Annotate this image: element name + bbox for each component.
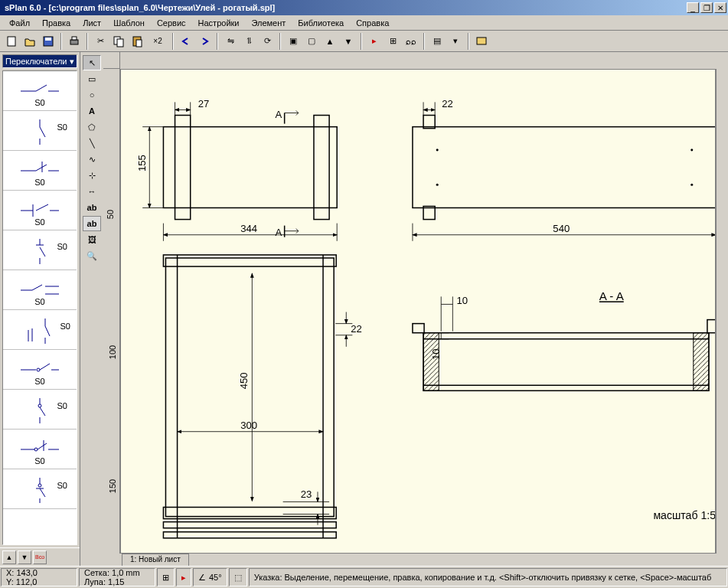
layers-icon[interactable]: ▤	[429, 33, 446, 50]
redo-icon[interactable]	[196, 33, 213, 50]
menu-file[interactable]: Файл	[3, 17, 36, 29]
status-angle[interactable]: ∠ 45°	[193, 568, 227, 586]
snap-icon[interactable]: ▸	[366, 33, 383, 50]
duplicate-icon[interactable]: ×2	[147, 33, 168, 50]
menu-help[interactable]: Справка	[350, 17, 395, 29]
preview-icon[interactable]	[473, 33, 490, 50]
filled-tool-icon[interactable]: A	[83, 103, 101, 119]
svg-text:155: 155	[136, 155, 148, 172]
library-selector[interactable]: Переключатели▾	[2, 54, 77, 68]
svg-line-53	[40, 488, 45, 497]
lib-edit-icon[interactable]: Вco	[33, 550, 47, 564]
svg-rect-3	[70, 40, 78, 44]
rect-tool-icon[interactable]: ▭	[83, 71, 101, 87]
svg-text:17: 17	[713, 339, 715, 351]
component-item[interactable]: S0	[3, 111, 77, 151]
image-tool-icon[interactable]: 🖼	[83, 232, 101, 247]
minimize-button[interactable]: _	[687, 2, 699, 13]
component-item[interactable]: S0	[3, 191, 77, 230]
component-item[interactable]: S0	[3, 310, 77, 350]
save-icon[interactable]	[40, 33, 57, 50]
svg-text:10: 10	[456, 295, 468, 306]
menu-edit[interactable]: Правка	[36, 17, 77, 29]
svg-text:540: 540	[553, 223, 570, 234]
copy-icon[interactable]	[110, 33, 127, 50]
status-grid-icon[interactable]: ⊞	[157, 568, 175, 586]
mirror-v-icon[interactable]: ⥮	[240, 33, 257, 50]
node-tool-icon[interactable]: ⊹	[83, 168, 101, 183]
lib-down-icon[interactable]: ▼	[18, 550, 31, 564]
poly-tool-icon[interactable]: ⬠	[83, 119, 101, 135]
menu-sheet[interactable]: Лист	[77, 17, 107, 29]
group-icon[interactable]: ▣	[285, 33, 302, 50]
svg-point-78	[436, 184, 439, 186]
vertical-scrollbar[interactable]	[716, 69, 728, 554]
label-tool-icon[interactable]: ab	[83, 216, 101, 231]
svg-text:344: 344	[240, 223, 257, 234]
find-icon[interactable]: ⌕⌕	[403, 33, 419, 50]
svg-line-22	[36, 204, 48, 211]
new-icon[interactable]	[3, 33, 20, 50]
component-item[interactable]: S0	[3, 151, 77, 191]
svg-rect-93	[163, 532, 336, 538]
dimension-tool-icon[interactable]: ↔	[83, 184, 101, 199]
grid-icon[interactable]: ⊞	[384, 33, 401, 50]
svg-line-47	[38, 443, 47, 449]
menu-element[interactable]: Элемент	[245, 17, 292, 29]
svg-point-79	[690, 149, 693, 151]
component-list[interactable]: S0 S0 S0 S0 S0 S0 S0 S0 S0 S0 S0	[2, 70, 77, 545]
text-tool-icon[interactable]: ab	[83, 200, 101, 215]
svg-line-39	[40, 364, 50, 370]
open-icon[interactable]	[21, 33, 38, 50]
close-button[interactable]: ✕	[714, 2, 726, 13]
component-item[interactable]: S0	[3, 390, 77, 430]
status-tool-icon[interactable]: ⬚	[229, 568, 247, 586]
status-bar: X: 143,0Y: 112,0 Сетка: 1,0 mmЛупа: 1,15…	[0, 566, 728, 588]
print-icon[interactable]	[66, 33, 83, 50]
drawing-canvas[interactable]: 27 155 344 A A 22 540 450 300 22 23 A - …	[120, 69, 716, 554]
line-tool-icon[interactable]: ╲	[83, 136, 101, 151]
back-icon[interactable]: ▼	[340, 33, 357, 50]
svg-point-51	[38, 484, 41, 487]
menu-settings[interactable]: Настройки	[192, 17, 246, 29]
component-item[interactable]: S0	[3, 230, 77, 270]
dropdown-icon[interactable]: ▾	[447, 33, 464, 50]
svg-rect-4	[72, 37, 77, 40]
bezier-tool-icon[interactable]: ∿	[83, 152, 101, 167]
main-toolbar: ✂ ×2 ⇋ ⥮ ⟳ ▣ ▢ ▲ ▼ ▸ ⊞ ⌕⌕ ▤ ▾	[0, 31, 728, 52]
component-item[interactable]: S0	[3, 430, 77, 469]
rotate-icon[interactable]: ⟳	[259, 33, 276, 50]
mirror-h-icon[interactable]: ⇋	[222, 33, 239, 50]
circle-tool-icon[interactable]: ○	[83, 87, 101, 103]
svg-rect-8	[136, 40, 142, 47]
svg-text:27: 27	[198, 98, 210, 109]
component-item[interactable]: S0	[3, 270, 77, 310]
menu-library[interactable]: Библиотека	[292, 17, 350, 29]
undo-icon[interactable]	[178, 33, 194, 50]
svg-point-42	[38, 404, 41, 407]
svg-line-11	[36, 85, 47, 91]
component-item[interactable]: S0	[3, 71, 77, 111]
menu-service[interactable]: Сервис	[151, 17, 192, 29]
component-item[interactable]: S0	[3, 469, 77, 509]
lib-up-icon[interactable]: ▲	[2, 550, 16, 564]
paste-icon[interactable]	[129, 33, 145, 50]
svg-line-17	[36, 165, 47, 171]
status-grid-zoom: Сетка: 1,0 mmЛупа: 1,15	[79, 568, 155, 586]
sheet-tab[interactable]: 1: Новый лист	[122, 554, 189, 566]
horizontal-scrollbar[interactable]	[189, 554, 728, 566]
svg-rect-117	[694, 333, 709, 391]
svg-rect-91	[163, 507, 336, 518]
component-item[interactable]: S0	[3, 350, 77, 390]
maximize-button[interactable]: ❐	[700, 2, 713, 13]
menu-template[interactable]: Шаблон	[107, 17, 151, 29]
ungroup-icon[interactable]: ▢	[303, 33, 320, 50]
status-snap-icon[interactable]: ▸	[176, 568, 191, 586]
svg-point-46	[34, 448, 38, 451]
window-title: sPlan 6.0 - [c:\program files\splan_6.0\…	[2, 3, 685, 12]
zoom-tool-icon[interactable]: 🔍	[83, 248, 101, 263]
cut-icon[interactable]: ✂	[92, 33, 109, 50]
front-icon[interactable]: ▲	[322, 33, 338, 50]
svg-point-77	[436, 149, 439, 151]
select-tool-icon[interactable]: ↖	[83, 55, 101, 70]
